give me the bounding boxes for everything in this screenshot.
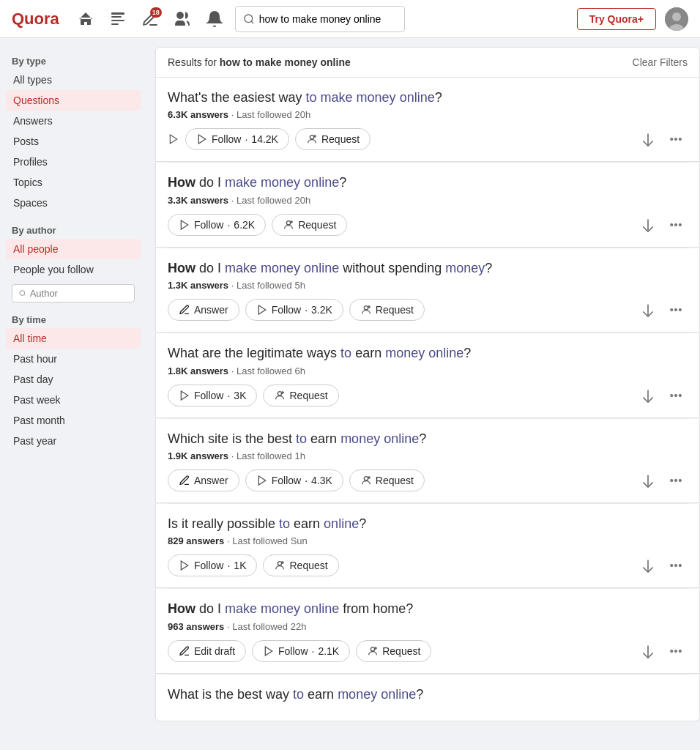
question-meta-5: 1.9K answers · Last followed 1h (168, 450, 688, 461)
sidebar-item-past-month[interactable]: Past month (6, 410, 141, 431)
question-meta-2: 3.3K answers · Last followed 20h (168, 195, 688, 206)
user-avatar[interactable] (665, 7, 688, 31)
follow-button-4[interactable]: Follow · 3K (168, 385, 257, 406)
result-card-3: How do I make money online without spend… (155, 248, 700, 333)
request-icon-6 (274, 560, 286, 571)
search-input[interactable] (259, 13, 397, 25)
more-btn-7[interactable] (664, 639, 688, 663)
sidebar-item-people-you-follow[interactable]: People you follow (6, 259, 141, 280)
svg-point-32 (675, 394, 677, 396)
more-btn-2[interactable] (664, 213, 688, 237)
sidebar-item-answers[interactable]: Answers (6, 111, 141, 131)
sidebar-item-spaces[interactable]: Spaces (6, 193, 141, 213)
question-title-3[interactable]: How do I make money online without spend… (168, 260, 688, 277)
bell-nav-icon[interactable] (203, 7, 226, 31)
sidebar-item-past-week[interactable]: Past week (6, 390, 141, 410)
search-bar[interactable] (235, 6, 405, 32)
request-button-6[interactable]: Request (263, 554, 338, 576)
try-plus-button[interactable]: Try Quora+ (577, 8, 656, 30)
follow-inline-1 (168, 133, 179, 145)
clear-filters-button[interactable]: Clear Filters (633, 56, 688, 68)
action-row-right-2 (636, 213, 688, 237)
svg-rect-0 (111, 12, 124, 15)
sidebar-item-all-types[interactable]: All types (6, 70, 141, 90)
sidebar-item-past-year[interactable]: Past year (6, 431, 141, 451)
follow-button-7[interactable]: Follow · 2.1K (252, 640, 350, 662)
svg-point-40 (278, 562, 282, 565)
follow-button-6[interactable]: Follow · 1K (168, 554, 257, 576)
author-search-wrap[interactable] (12, 284, 135, 302)
more-btn-5[interactable] (664, 469, 688, 492)
more-btn-6[interactable] (664, 554, 688, 577)
by-type-label: By type (6, 50, 141, 70)
action-row-right-3 (636, 298, 688, 322)
more-btn-1[interactable] (664, 127, 688, 151)
action-row-1: Follow · 14.2K Request (168, 127, 688, 151)
follow-button-1[interactable]: Follow · 14.2K (185, 128, 289, 150)
by-author-label: By author (6, 219, 141, 239)
question-title-7[interactable]: How do I make money online from home? (168, 601, 688, 617)
sidebar-item-all-time[interactable]: All time (6, 328, 141, 349)
action-row-6: Follow · 1K Request (168, 554, 688, 577)
follow-count-1: 14.2K (251, 133, 278, 145)
people-nav-icon[interactable] (171, 7, 194, 31)
svg-point-15 (679, 138, 682, 141)
question-title-4[interactable]: What are the legitimate ways to earn mon… (168, 345, 688, 362)
downvote-btn-6[interactable] (636, 554, 660, 577)
answer-button-5[interactable]: Answer (168, 469, 239, 491)
sidebar-item-questions[interactable]: Questions (6, 90, 141, 111)
follow-button-2[interactable]: Follow · 6.2K (168, 214, 266, 236)
question-meta-4: 1.8K answers · Last followed 6h (168, 365, 688, 376)
author-input[interactable] (30, 288, 128, 299)
question-title-2[interactable]: How do I make money online? (168, 174, 688, 191)
follow-button-5[interactable]: Follow · 4.3K (245, 469, 343, 491)
follow-btn-icon-4 (179, 390, 190, 401)
more-btn-4[interactable] (664, 384, 688, 407)
author-search-icon (18, 289, 27, 298)
action-row-right-6 (636, 554, 688, 577)
request-button-3[interactable]: Request (349, 299, 425, 321)
follow-btn-icon-1 (196, 133, 208, 145)
follow-btn-icon-2 (179, 219, 190, 231)
question-title-1[interactable]: What's the easiest way to make money onl… (168, 89, 688, 106)
follow-count-5: 4.3K (311, 475, 332, 486)
sidebar-item-past-day[interactable]: Past day (6, 369, 141, 390)
more-btn-3[interactable] (664, 298, 688, 322)
question-title-5[interactable]: Which site is the best to earn money onl… (168, 431, 688, 448)
downvote-btn-3[interactable] (636, 298, 660, 322)
request-button-7[interactable]: Request (356, 640, 431, 662)
pencil-nav-icon[interactable]: 18 (138, 7, 162, 31)
action-row-right-7 (636, 639, 688, 663)
svg-rect-3 (111, 23, 119, 25)
request-button-5[interactable]: Request (349, 469, 425, 491)
edit-draft-button-7[interactable]: Edit draft (168, 640, 246, 662)
answer-icon-5 (179, 475, 190, 486)
downvote-btn-4[interactable] (636, 384, 660, 407)
request-icon-7 (367, 645, 379, 657)
quora-logo[interactable]: Quora (12, 10, 59, 29)
sidebar-item-topics[interactable]: Topics (6, 172, 141, 193)
follow-button-3[interactable]: Follow · 3.2K (245, 299, 343, 321)
home-nav-icon[interactable] (74, 7, 97, 31)
svg-point-46 (371, 647, 375, 650)
sidebar-item-posts[interactable]: Posts (6, 131, 141, 152)
sidebar-item-past-hour[interactable]: Past hour (6, 349, 141, 369)
request-button-4[interactable]: Request (263, 385, 338, 406)
svg-point-33 (679, 394, 682, 396)
downvote-btn-7[interactable] (636, 639, 660, 663)
answers-nav-icon[interactable] (106, 7, 130, 31)
downvote-btn-1[interactable] (636, 127, 660, 151)
downvote-btn-2[interactable] (636, 213, 660, 237)
downvote-btn-5[interactable] (636, 469, 660, 492)
answer-button-3[interactable]: Answer (168, 299, 239, 321)
question-title-6[interactable]: Is it really possible to earn online? (168, 516, 688, 532)
request-button-1[interactable]: Request (295, 128, 371, 150)
edit-icon-7 (179, 645, 190, 657)
action-row-4: Follow · 3K Request (168, 384, 688, 407)
sidebar-item-all-people[interactable]: All people (6, 239, 141, 259)
request-button-2[interactable]: Request (272, 214, 347, 236)
question-title-8[interactable]: What is the best way to earn money onlin… (168, 686, 688, 703)
sidebar-item-profiles[interactable]: Profiles (6, 152, 141, 172)
svg-point-28 (278, 391, 282, 395)
action-row-5: Answer Follow · 4.3K Request (168, 469, 688, 492)
